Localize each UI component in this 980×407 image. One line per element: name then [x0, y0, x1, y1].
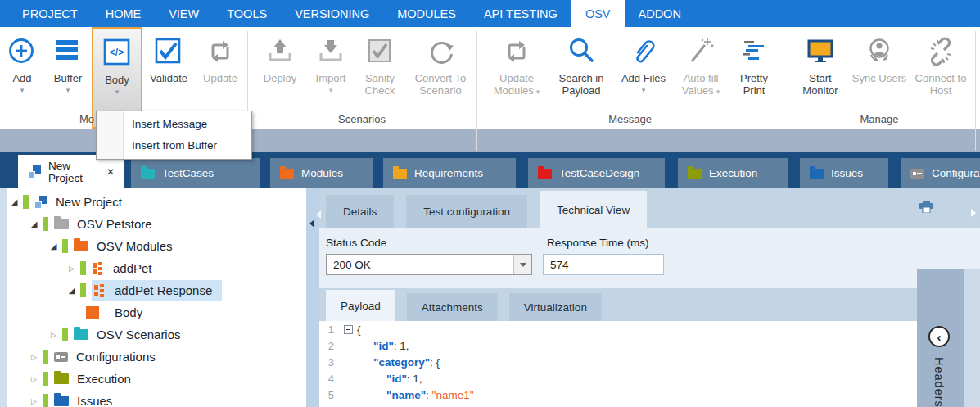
group-separator: [476, 31, 477, 151]
tree-label: Body: [115, 305, 142, 319]
ribbon-group-manage: Start Monitor Sync Users Connect to Host…: [784, 27, 975, 129]
payload-code-editor[interactable]: 1 { 2 "id": 1, 3 "category": {: [319, 321, 917, 407]
update-modules-label: Update Modules▾: [485, 72, 549, 98]
tab-attachments[interactable]: Attachments: [407, 293, 498, 321]
menu-versioning[interactable]: VERSIONING: [281, 0, 383, 27]
menu-tools[interactable]: TOOLS: [213, 0, 281, 27]
right-edge-strip: [964, 269, 980, 407]
folder-icon: [810, 169, 824, 179]
print-icon[interactable]: [919, 201, 933, 213]
menu-item-insert-message[interactable]: Insert Message: [97, 114, 251, 135]
deploy-icon: [264, 31, 296, 72]
tab-testcases[interactable]: TestCases: [131, 158, 260, 188]
connector-icon: [54, 352, 68, 362]
add-button[interactable]: Add ▾: [0, 27, 44, 129]
payload-tab-bar: Payload Attachments Virtualization: [319, 288, 917, 321]
menu-view[interactable]: VIEW: [155, 0, 213, 27]
expander-collapsed-icon[interactable]: ▷: [28, 375, 40, 383]
folder-icon: [54, 396, 69, 406]
chevron-left-icon: ‹: [937, 330, 942, 344]
tab-new-project[interactable]: New Project ✕: [18, 155, 124, 188]
tree-item-new-project[interactable]: ◢ New Project: [7, 191, 306, 213]
import-label: Import: [316, 72, 346, 84]
headers-panel-label: Headers: [933, 357, 946, 407]
tab-issues[interactable]: Issues: [800, 158, 888, 188]
tree-label: Issues: [77, 394, 112, 407]
tree-item-body[interactable]: Body: [7, 301, 306, 323]
expander-collapsed-icon[interactable]: ▷: [65, 265, 78, 273]
tree-label: OSV Petstore: [77, 217, 152, 231]
status-code-select[interactable]: 200 OK: [326, 254, 532, 275]
menu-item-insert-from-buffer[interactable]: Insert from Buffer: [97, 135, 251, 156]
response-time-input[interactable]: 574: [543, 254, 664, 275]
menu-api-testing[interactable]: API TESTING: [470, 0, 571, 27]
body-square-icon: [86, 306, 99, 319]
tab-scroll-right-icon[interactable]: [971, 209, 976, 217]
dropdown-caret-icon: ▾: [66, 87, 70, 94]
tab-modules[interactable]: Modules: [270, 158, 373, 188]
tab-label: TestCases: [162, 167, 214, 179]
tree-item-addpet[interactable]: ▷ addPet: [7, 257, 306, 279]
search-icon: [565, 31, 598, 72]
close-icon[interactable]: ✕: [106, 166, 115, 178]
expander-collapsed-icon[interactable]: ▷: [28, 353, 40, 361]
tab-virtualization[interactable]: Virtualization: [509, 293, 602, 321]
tree-item-addpet-response-selected[interactable]: ◢ addPet Response: [7, 279, 306, 301]
tree-item-osv-scenarios[interactable]: ▷ OSV Scenarios: [7, 323, 306, 346]
tree-splitter[interactable]: [306, 188, 319, 407]
green-marker: [43, 394, 48, 407]
expander-collapsed-icon[interactable]: ▷: [28, 397, 40, 405]
dropdown-caret-icon: ▾: [536, 88, 540, 96]
tab-testcasedesign[interactable]: TestCaseDesign: [528, 158, 665, 188]
tab-payload[interactable]: Payload: [326, 290, 395, 321]
tree-item-osv-modules[interactable]: ◢ OSV Modules: [7, 235, 306, 257]
tree-item-execution[interactable]: ▷ Execution: [7, 368, 306, 390]
green-marker: [62, 328, 68, 341]
message-inspector: Details Test configuration Technical Vie…: [319, 188, 980, 407]
tab-execution[interactable]: Execution: [678, 158, 788, 188]
folder-icon: [54, 373, 69, 384]
code-line: 5 "name": "name1": [319, 387, 917, 403]
tree-item-configurations[interactable]: ▷ Configurations: [7, 346, 306, 368]
pretty-print-label: Pretty Print: [729, 72, 779, 97]
chevron-down-icon[interactable]: [513, 255, 531, 274]
monitor-icon: [804, 31, 837, 72]
menu-home[interactable]: HOME: [92, 0, 156, 27]
tab-requirements[interactable]: Requirements: [383, 158, 516, 188]
tab-configuration[interactable]: Configurat: [901, 158, 980, 188]
collapse-left-icon[interactable]: [309, 219, 314, 228]
application-window: PROJECT HOME VIEW TOOLS VERSIONING MODUL…: [0, 0, 980, 407]
menu-modules[interactable]: MODULES: [383, 0, 470, 27]
magic-wand-icon: [684, 31, 717, 72]
tab-technical-view[interactable]: Technical View: [540, 191, 647, 228]
group-label-scenarios: Scenarios: [247, 113, 476, 125]
group-label-message: Message: [476, 113, 784, 125]
folder-icon: [54, 219, 69, 229]
expander-expanded-icon[interactable]: ◢: [65, 286, 78, 295]
code-text: "id": 1,: [386, 373, 422, 385]
menu-osv-active[interactable]: OSV: [571, 0, 625, 27]
dropdown-caret-icon: ▾: [329, 87, 333, 94]
expand-headers-button[interactable]: ‹: [928, 326, 950, 347]
expander-expanded-icon[interactable]: ◢: [47, 242, 60, 251]
tab-label: Issues: [831, 167, 863, 179]
tree-item-issues[interactable]: ▷ Issues: [7, 390, 306, 407]
group-label-manage: Manage: [784, 113, 975, 125]
expander-expanded-icon[interactable]: ◢: [28, 219, 40, 228]
inspector-tab-bar: Details Test configuration Technical Vie…: [319, 188, 980, 228]
expander-collapsed-icon[interactable]: ▷: [47, 331, 60, 339]
dropdown-caret-icon: ▾: [115, 88, 120, 96]
sync-users-icon: [863, 31, 896, 72]
tab-label: Requirements: [414, 167, 483, 179]
collapse-region-icon[interactable]: [344, 325, 353, 334]
expander-expanded-icon[interactable]: ◢: [8, 197, 20, 206]
menu-project[interactable]: PROJECT: [8, 0, 92, 27]
headers-collapsed-panel[interactable]: ‹ Headers: [917, 269, 964, 407]
status-code-label: Status Code: [326, 237, 386, 249]
tab-scroll-left-icon[interactable]: [316, 210, 321, 219]
menu-addon[interactable]: ADDON: [625, 0, 695, 27]
start-monitor-label: Start Monitor: [793, 72, 847, 97]
tab-test-configuration[interactable]: Test configuration: [406, 195, 527, 228]
tab-details[interactable]: Details: [326, 195, 394, 228]
tree-item-osv-petstore[interactable]: ◢ OSV Petstore: [7, 213, 306, 235]
